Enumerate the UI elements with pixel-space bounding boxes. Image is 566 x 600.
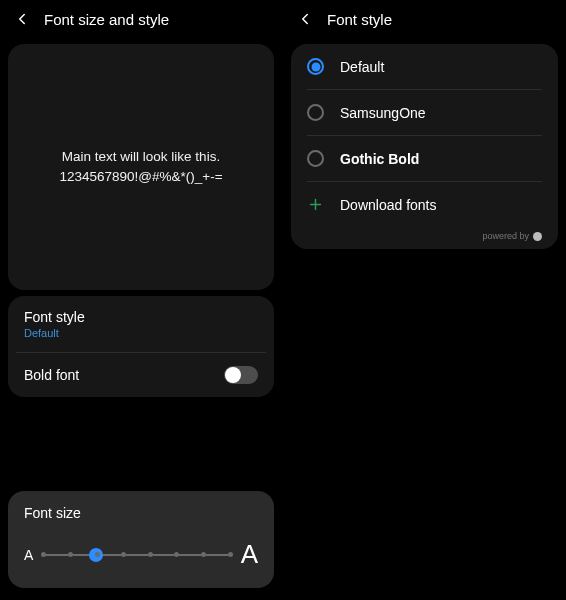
font-size-label: Font size [24,505,258,521]
plus-icon [307,196,324,213]
small-a-icon: A [24,547,33,563]
slider-tick [68,552,73,557]
header: Font style [283,0,566,38]
font-size-slider[interactable] [41,545,232,565]
preview-line-2: 1234567890!@#%&*()_+-= [59,167,222,187]
font-preview-card: Main text will look like this. 123456789… [8,44,274,290]
font-size-slider-row: A A [24,539,258,570]
font-option-row[interactable]: SamsungOne [307,89,542,135]
download-fonts-label: Download fonts [340,197,437,213]
slider-segment [179,554,201,556]
slider-segment [153,554,175,556]
powered-by-label: powered by [482,231,529,241]
font-option-label: Default [340,59,384,75]
font-options-card: DefaultSamsungOneGothic Bold Download fo… [291,44,558,249]
page-title: Font size and style [44,11,169,28]
preview-text: Main text will look like this. 123456789… [59,147,222,188]
chevron-left-icon [296,10,314,28]
download-fonts-row[interactable]: Download fonts [307,181,542,227]
slider-tick [121,552,126,557]
radio-icon[interactable] [307,58,324,75]
font-option-label: Gothic Bold [340,151,419,167]
slider-segment [206,554,228,556]
bold-font-label: Bold font [24,367,79,383]
preview-line-1: Main text will look like this. [59,147,222,167]
header: Font size and style [0,0,282,38]
chevron-left-icon [13,10,31,28]
font-style-labels: Font style Default [24,309,85,339]
powered-by: powered by [291,227,558,249]
toggle-knob [225,367,241,383]
slider-track-line [41,554,232,556]
radio-icon[interactable] [307,150,324,167]
slider-tick [174,552,179,557]
bold-font-row[interactable]: Bold font [16,352,266,397]
font-size-card: Font size A A [8,491,274,588]
slider-tick [148,552,153,557]
slider-tick [201,552,206,557]
font-style-label: Font style [24,309,85,325]
slider-segment [126,554,148,556]
radio-icon[interactable] [307,104,324,121]
font-size-and-style-screen: Font size and style Main text will look … [0,0,283,600]
font-style-row[interactable]: Font style Default [8,296,274,352]
font-option-row[interactable]: Default [291,44,558,89]
slider-tick [228,552,233,557]
slider-tick [95,552,100,557]
powered-by-logo-icon [533,232,542,241]
font-style-card: Font style Default Bold font [8,296,274,397]
back-button[interactable] [10,7,34,31]
font-style-screen: Font style DefaultSamsungOneGothic Bold … [283,0,566,600]
font-style-value: Default [24,327,85,339]
large-a-icon: A [241,539,258,570]
font-option-row[interactable]: Gothic Bold [307,135,542,181]
slider-tick [41,552,46,557]
font-option-label: SamsungOne [340,105,426,121]
back-button[interactable] [293,7,317,31]
bold-font-toggle[interactable] [224,366,258,384]
slider-segment [46,554,68,556]
page-title: Font style [327,11,392,28]
